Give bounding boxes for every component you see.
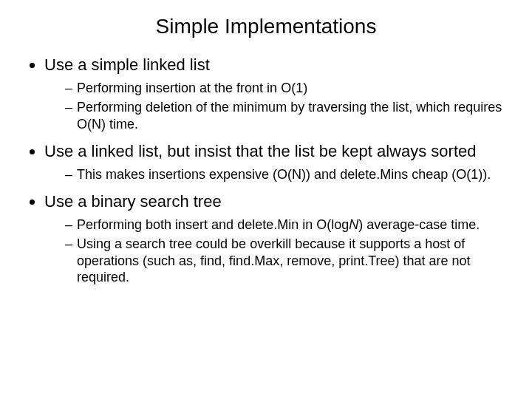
bullet-text: Use a linked list, but insist that the l… [44,142,477,160]
slide-title: Simple Implementations [24,15,508,38]
text-run: ) average-case time. [358,217,480,232]
bullet-simple-linked-list: Use a simple linked list Performing inse… [44,55,508,132]
sub-item: Performing both insert and delete.Min in… [65,216,508,233]
sub-list: This makes insertions expensive (O(N)) a… [44,166,508,183]
sub-item: Performing insertion at the front in O(1… [65,80,508,97]
text-run: in O(log [299,217,349,232]
sub-list: Performing insertion at the front in O(1… [44,80,508,133]
bullet-list: Use a simple linked list Performing inse… [24,55,508,286]
sub-item: Performing deletion of the minimum by tr… [65,99,508,132]
sub-item: This makes insertions expensive (O(N)) a… [65,166,508,183]
text-run: This makes insertions expensive (O(N)) a… [77,167,340,182]
slide: Simple Implementations Use a simple link… [0,0,532,399]
bullet-binary-search-tree: Use a binary search tree Performing both… [44,191,508,286]
bullet-sorted-linked-list: Use a linked list, but insist that the l… [44,141,508,183]
code-run: delete.Min [340,167,401,182]
ital-run: N [349,217,358,232]
code-run: insert [175,217,208,232]
code-run: find, find.Max, remove, print.Tree [200,253,395,268]
bullet-text: Use a simple linked list [44,55,210,74]
text-run: Performing both [77,217,175,232]
text-run: s cheap (O(1)). [401,167,491,182]
text-run: and [208,217,237,232]
sub-list: Performing both insert and delete.Min in… [44,216,508,286]
bullet-text: Use a binary search tree [44,192,222,211]
code-run: delete.Min [237,217,299,232]
sub-item: Using a search tree could be overkill be… [65,236,508,286]
